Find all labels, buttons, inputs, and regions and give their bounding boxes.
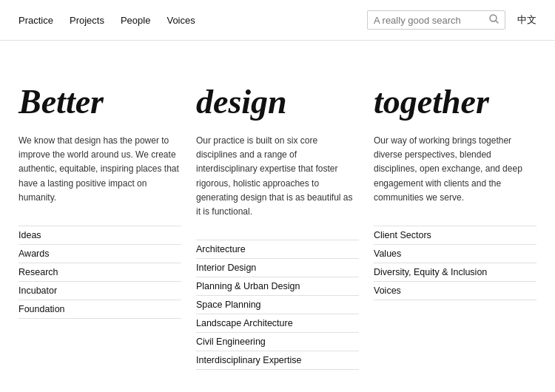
- language-toggle[interactable]: 中文: [517, 13, 536, 27]
- list-item[interactable]: Incubator: [18, 281, 181, 300]
- list-item[interactable]: Diversity, Equity & Inclusion: [374, 263, 536, 281]
- column-links-1: ArchitectureInterior DesignPlanning & Ur…: [196, 240, 359, 370]
- list-item[interactable]: Planning & Urban Design: [196, 277, 359, 295]
- search-box[interactable]: [367, 10, 505, 30]
- nav-link-practice[interactable]: Practice: [18, 15, 53, 26]
- list-item[interactable]: Space Planning: [196, 295, 359, 314]
- header-right: 中文: [367, 10, 536, 30]
- list-item[interactable]: Landscape Architecture: [196, 314, 359, 332]
- site-header: PracticeProjectsPeopleVoices 中文: [0, 0, 555, 41]
- main-content: BetterWe know that design has the power …: [0, 41, 555, 392]
- column-heading-2: together: [374, 85, 536, 119]
- list-item[interactable]: Civil Engineering: [196, 332, 359, 351]
- nav-link-voices[interactable]: Voices: [166, 15, 195, 26]
- column-heading-1: design: [196, 85, 359, 119]
- list-item[interactable]: Architecture: [196, 240, 359, 258]
- search-input[interactable]: [374, 15, 485, 26]
- column-body-2: Our way of working brings together diver…: [374, 134, 536, 205]
- list-item[interactable]: Interdisciplinary Expertise: [196, 351, 359, 370]
- list-item[interactable]: Voices: [374, 281, 536, 300]
- column-body-0: We know that design has the power to imp…: [18, 134, 181, 205]
- list-item[interactable]: Awards: [18, 244, 181, 263]
- list-item[interactable]: Values: [374, 244, 536, 263]
- list-item[interactable]: Ideas: [18, 226, 181, 244]
- column-body-1: Our practice is built on six core discip…: [196, 134, 359, 219]
- nav-link-projects[interactable]: Projects: [70, 15, 104, 26]
- column-2: togetherOur way of working brings togeth…: [374, 85, 536, 370]
- list-item[interactable]: Client Sectors: [374, 226, 536, 244]
- column-heading-0: Better: [18, 85, 181, 119]
- list-item[interactable]: Interior Design: [196, 258, 359, 277]
- nav-link-people[interactable]: People: [121, 15, 150, 26]
- column-0: BetterWe know that design has the power …: [18, 85, 196, 370]
- list-item[interactable]: Research: [18, 263, 181, 281]
- list-item[interactable]: Foundation: [18, 300, 181, 319]
- main-nav: PracticeProjectsPeopleVoices: [18, 15, 195, 26]
- svg-line-1: [496, 21, 498, 23]
- search-icon: [489, 14, 499, 26]
- column-links-2: Client SectorsValuesDiversity, Equity & …: [374, 226, 536, 300]
- column-links-0: IdeasAwardsResearchIncubatorFoundation: [18, 226, 181, 319]
- column-1: designOur practice is built on six core …: [196, 85, 374, 370]
